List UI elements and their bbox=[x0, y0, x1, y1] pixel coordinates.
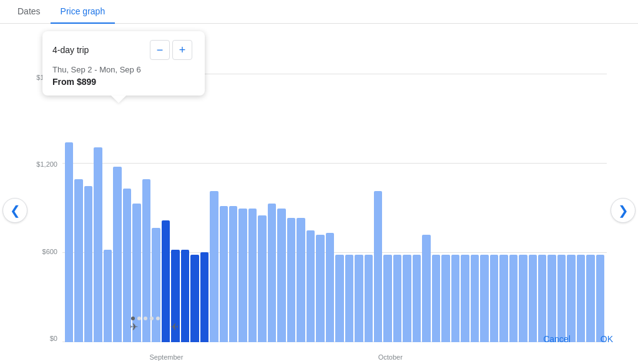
bar-41[interactable] bbox=[461, 255, 469, 342]
y-label-600: $600 bbox=[42, 248, 57, 255]
bar-5[interactable] bbox=[113, 167, 121, 342]
bar-29[interactable] bbox=[345, 255, 353, 342]
dot-3[interactable] bbox=[144, 317, 147, 320]
bar-33[interactable] bbox=[383, 255, 391, 342]
bar-37[interactable] bbox=[422, 235, 430, 342]
footer-actions: Cancel OK bbox=[531, 329, 626, 349]
tooltip-price-line: From $899 bbox=[52, 77, 192, 87]
minus-button[interactable]: − bbox=[150, 40, 170, 60]
bar-39[interactable] bbox=[441, 255, 449, 342]
departure-icon: ✈ bbox=[130, 321, 138, 333]
tooltip-price-value: $899 bbox=[77, 77, 96, 87]
carousel-dots bbox=[131, 317, 160, 320]
y-label-0: $0 bbox=[50, 335, 57, 342]
bar-17[interactable] bbox=[229, 206, 237, 342]
bar-19[interactable] bbox=[248, 209, 257, 343]
bar-24[interactable] bbox=[297, 218, 305, 342]
bar-16[interactable] bbox=[220, 206, 228, 342]
bar-46[interactable] bbox=[509, 255, 518, 342]
bar-21[interactable] bbox=[268, 204, 276, 342]
flight-icons-area: ✈ ✈ bbox=[130, 321, 179, 333]
dot-4[interactable] bbox=[150, 317, 154, 320]
left-arrow-icon: ❮ bbox=[10, 203, 21, 218]
tooltip-title: 4-day trip bbox=[52, 45, 89, 55]
next-button[interactable]: ❯ bbox=[611, 198, 636, 223]
main-content: 4-day trip − + Thu, Sep 2 - Mon, Sep 6 F… bbox=[0, 24, 638, 359]
dot-2[interactable] bbox=[137, 317, 141, 320]
bar-0[interactable] bbox=[65, 142, 73, 342]
tooltip-date: Thu, Sep 2 - Mon, Sep 6 bbox=[52, 65, 192, 74]
bar-38[interactable] bbox=[432, 255, 440, 342]
tab-price-graph[interactable]: Price graph bbox=[51, 0, 115, 24]
dot-1[interactable] bbox=[131, 317, 135, 320]
bar-13[interactable] bbox=[190, 255, 199, 342]
arrival-icon: ✈ bbox=[170, 321, 179, 333]
bar-20[interactable] bbox=[258, 215, 266, 342]
bar-36[interactable] bbox=[413, 255, 421, 342]
y-label-1200: $1,200 bbox=[36, 160, 57, 168]
prev-button[interactable]: ❮ bbox=[2, 198, 27, 223]
bar-22[interactable] bbox=[277, 209, 285, 343]
bar-26[interactable] bbox=[316, 235, 324, 342]
y-axis: $1,800 $1,200 $600 $0 bbox=[31, 74, 62, 342]
bar-47[interactable] bbox=[519, 255, 527, 342]
bar-30[interactable] bbox=[355, 255, 363, 342]
price-chart: $1,800 $1,200 $600 $0 September October bbox=[31, 74, 607, 361]
ok-button[interactable]: OK bbox=[588, 329, 626, 349]
cancel-button[interactable]: Cancel bbox=[531, 329, 583, 349]
bar-4[interactable] bbox=[104, 250, 112, 342]
x-axis: September October bbox=[62, 342, 607, 361]
bar-12[interactable] bbox=[181, 250, 189, 342]
bar-28[interactable] bbox=[335, 255, 343, 342]
bar-15[interactable] bbox=[210, 191, 218, 342]
plus-button[interactable]: + bbox=[172, 40, 192, 60]
bar-45[interactable] bbox=[499, 255, 508, 342]
bar-27[interactable] bbox=[326, 233, 334, 343]
bar-42[interactable] bbox=[471, 255, 479, 342]
tooltip-popup: 4-day trip − + Thu, Sep 2 - Mon, Sep 6 F… bbox=[42, 31, 205, 96]
right-arrow-icon: ❯ bbox=[618, 203, 629, 218]
bar-18[interactable] bbox=[238, 209, 247, 343]
bar-6[interactable] bbox=[123, 189, 131, 342]
dot-5[interactable] bbox=[156, 317, 160, 320]
bar-23[interactable] bbox=[287, 218, 295, 342]
bar-31[interactable] bbox=[365, 255, 373, 342]
bar-25[interactable] bbox=[307, 230, 315, 342]
bar-44[interactable] bbox=[490, 255, 498, 342]
bar-3[interactable] bbox=[94, 147, 102, 342]
bar-14[interactable] bbox=[200, 252, 209, 342]
bar-32[interactable] bbox=[374, 191, 382, 342]
x-label-october: October bbox=[378, 353, 403, 361]
bar-43[interactable] bbox=[480, 255, 488, 342]
bar-40[interactable] bbox=[451, 255, 459, 342]
tab-dates[interactable]: Dates bbox=[7, 0, 51, 24]
bars-container bbox=[62, 74, 607, 342]
bar-34[interactable] bbox=[393, 255, 401, 342]
bar-2[interactable] bbox=[84, 186, 92, 342]
bar-35[interactable] bbox=[403, 255, 411, 342]
tab-bar: Dates Price graph bbox=[0, 0, 638, 24]
bar-1[interactable] bbox=[74, 179, 82, 342]
x-label-september: September bbox=[150, 353, 184, 361]
